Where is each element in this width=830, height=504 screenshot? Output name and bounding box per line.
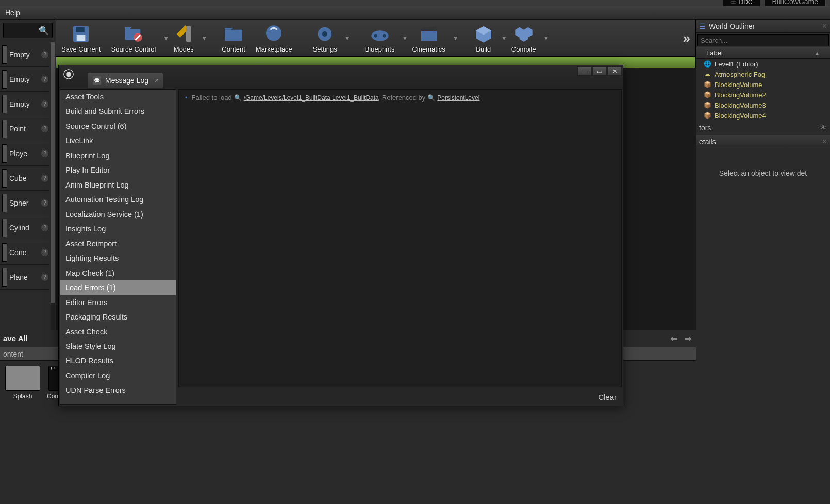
place-actor-item[interactable]: Empty?	[0, 67, 49, 92]
log-category-item[interactable]: Asset Check	[60, 325, 176, 339]
chat-icon: 💬	[93, 76, 101, 85]
place-actor-item[interactable]: Cone?	[0, 240, 49, 265]
toolbar-source-control[interactable]: Source Control	[106, 20, 161, 56]
log-category-item[interactable]: Blueprint Log	[60, 148, 176, 163]
place-actor-item[interactable]: Empty?	[0, 42, 49, 67]
log-ref-link[interactable]: PersistentLevel	[437, 94, 479, 102]
close-icon[interactable]: ×	[822, 22, 827, 31]
toolbar-blueprints[interactable]: Blueprints	[360, 20, 400, 56]
nav-back-icon[interactable]: ⬅	[669, 333, 679, 344]
dropdown-arrow-icon[interactable]: ▼	[541, 35, 548, 42]
log-category-item[interactable]: Source Control (6)	[60, 119, 176, 133]
log-mid: Referenced by	[382, 94, 426, 102]
search-icon[interactable]: 🔍	[234, 94, 242, 102]
log-category-item[interactable]: Editor Errors	[60, 295, 176, 310]
help-icon[interactable]: ?	[41, 76, 48, 83]
outliner-item[interactable]: 🌐Level1 (Editor)	[696, 59, 830, 69]
message-log-tab[interactable]: 💬 Message Log ×	[88, 73, 163, 88]
log-category-item[interactable]: Asset Reimport	[60, 237, 176, 251]
minimize-button[interactable]: —	[577, 66, 592, 76]
outliner-item[interactable]: 📦BlockingVolume4	[696, 110, 830, 121]
tab-close-icon[interactable]: ×	[155, 76, 159, 85]
dropdown-arrow-icon[interactable]: ▼	[499, 35, 506, 42]
log-category-item[interactable]: Localization Service (1)	[60, 207, 176, 222]
help-icon[interactable]: ?	[41, 125, 48, 132]
toolbar-overflow-icon[interactable]: »	[683, 30, 690, 46]
save-all-button[interactable]: ave All	[3, 334, 28, 343]
place-actor-item[interactable]: Playe?	[0, 141, 49, 166]
log-asset-link[interactable]: /Game/Levels/Level1_BuiltData.Level1_Bui…	[244, 94, 379, 102]
help-icon[interactable]: ?	[41, 249, 48, 256]
log-category-item[interactable]: UDN Parse Errors	[60, 383, 176, 397]
place-actor-item[interactable]: Cube?	[0, 166, 49, 191]
help-icon[interactable]: ?	[41, 175, 48, 182]
log-category-item[interactable]: Map Check (1)	[60, 266, 176, 280]
place-actors-search[interactable]: 🔍	[3, 23, 53, 38]
actor-name: Cylind	[9, 224, 41, 232]
log-category-item[interactable]: Packaging Results	[60, 310, 176, 324]
maximize-button[interactable]: ▭	[592, 66, 607, 76]
asset-thumb	[5, 366, 40, 391]
outliner-item[interactable]: 📦BlockingVolume3	[696, 100, 830, 110]
toolbar-marketplace[interactable]: Marketplace	[251, 20, 297, 56]
dropdown-arrow-icon[interactable]: ▼	[400, 35, 407, 42]
help-icon[interactable]: ?	[41, 274, 48, 281]
cylinder-icon: ☰	[731, 0, 736, 6]
log-category-item[interactable]: Automation Testing Log	[60, 192, 176, 207]
asset-name: Splash	[13, 393, 32, 400]
log-category-item[interactable]: Insights Log	[60, 222, 176, 236]
log-category-item[interactable]: Play In Editor	[60, 163, 176, 177]
dropdown-arrow-icon[interactable]: ▼	[199, 35, 206, 42]
asset-item[interactable]: Splash	[5, 366, 40, 400]
toolbar-cinematics[interactable]: Cinematics	[407, 20, 450, 56]
outliner-item[interactable]: 📦BlockingVolume2	[696, 90, 830, 100]
toolbar-settings[interactable]: Settings	[308, 20, 342, 56]
scrollbar-thumb[interactable]	[51, 42, 55, 303]
place-actor-item[interactable]: Cylind?	[0, 215, 49, 240]
help-icon[interactable]: ?	[41, 224, 48, 231]
log-category-item[interactable]: HLOD Results	[60, 354, 176, 368]
scrollbar-track[interactable]	[51, 42, 55, 348]
help-icon[interactable]: ?	[41, 150, 48, 157]
toolbar-modes[interactable]: Modes	[168, 20, 199, 56]
toolbar-save-current[interactable]: Save Current	[56, 20, 106, 56]
help-icon[interactable]: ?	[41, 199, 48, 207]
dropdown-arrow-icon[interactable]: ▼	[161, 35, 168, 42]
dropdown-arrow-icon[interactable]: ▼	[342, 35, 350, 42]
log-category-item[interactable]: Slate Style Log	[60, 339, 176, 354]
toolbar-build[interactable]: Build	[468, 20, 499, 56]
toolbar-content[interactable]: Content	[217, 20, 251, 56]
details-header[interactable]: etails ×	[696, 135, 830, 148]
log-category-item[interactable]: Lighting Results	[60, 251, 176, 265]
close-icon[interactable]: ×	[822, 137, 827, 146]
log-category-item[interactable]: Asset Tools	[60, 90, 176, 104]
help-icon[interactable]: ?	[41, 51, 48, 58]
place-actor-item[interactable]: Plane?	[0, 265, 49, 290]
eye-icon[interactable]: 👁	[820, 124, 827, 132]
cart-icon	[263, 24, 284, 44]
nav-fwd-icon[interactable]: ➡	[683, 333, 693, 344]
dropdown-arrow-icon[interactable]: ▼	[451, 35, 458, 42]
log-category-item[interactable]: Load Errors (1)	[60, 280, 176, 295]
place-actor-item[interactable]: Point?	[0, 116, 49, 141]
log-category-item[interactable]: Anim Blueprint Log	[60, 178, 176, 192]
clear-button[interactable]: Clear	[598, 393, 617, 401]
menu-help[interactable]: Help	[2, 8, 23, 18]
log-category-item[interactable]: Compiler Log	[60, 368, 176, 383]
message-log-titlebar[interactable]: 💬 Message Log × — ▭ ✕	[59, 65, 623, 88]
log-category-item[interactable]: LiveLink	[60, 133, 176, 148]
main-toolbar: Save Current Source Control ▼ Modes ▼ Co…	[56, 20, 696, 57]
log-category-item[interactable]: Build and Submit Errors	[60, 104, 176, 119]
outliner-item[interactable]: ☁Atmospheric Fog	[696, 69, 830, 79]
world-outliner-header[interactable]: ☰ World Outliner ×	[696, 20, 830, 33]
search-icon[interactable]: 🔍	[427, 94, 435, 102]
outliner-search-input[interactable]	[701, 37, 825, 44]
outliner-search[interactable]	[697, 34, 829, 46]
toolbar-compile[interactable]: Compile	[506, 20, 541, 56]
close-button[interactable]: ✕	[607, 66, 622, 76]
outliner-column-header[interactable]: Label ▲	[696, 47, 830, 59]
place-actor-item[interactable]: Empty?	[0, 92, 49, 116]
place-actor-item[interactable]: Spher?	[0, 191, 49, 215]
outliner-item[interactable]: 📦BlockingVolume	[696, 79, 830, 90]
help-icon[interactable]: ?	[41, 100, 48, 108]
